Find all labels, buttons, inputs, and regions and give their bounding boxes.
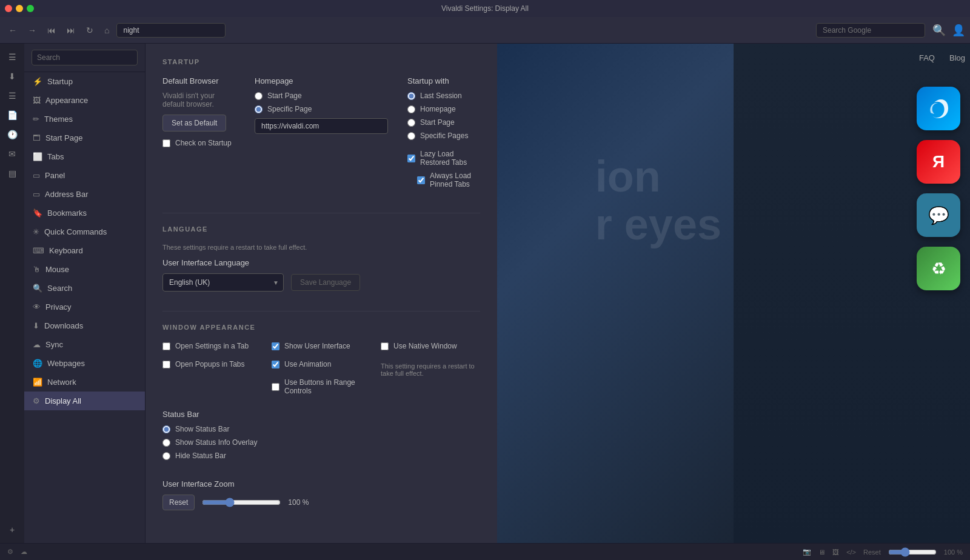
wa-left-col: Open Settings in a Tab Open Popups in Ta… (162, 342, 262, 400)
ui-language-heading: User Interface Language (162, 258, 480, 267)
settings-search-container (24, 44, 145, 72)
sidebar-item-downloads[interactable]: ⬇ Downloads (24, 316, 145, 335)
use-native-window-checkbox[interactable] (381, 342, 389, 350)
sidebar-item-display-all[interactable]: ⚙ Display All (24, 392, 145, 410)
startup-homepage-radio[interactable] (407, 105, 415, 113)
sidebar-item-mouse[interactable]: 🖱 Mouse (24, 260, 145, 279)
use-animation-checkbox[interactable] (272, 361, 279, 368)
lazy-load-checkbox[interactable] (407, 155, 415, 162)
search-input[interactable] (816, 23, 925, 38)
sidebar-item-webpages[interactable]: 🌐 Webpages (24, 354, 145, 373)
show-status-overlay-radio[interactable] (162, 439, 170, 447)
open-popups-tabs-checkbox[interactable] (162, 361, 170, 368)
recycle-extension-icon[interactable]: ♻ (917, 247, 960, 290)
zoom-reset-button[interactable]: Reset (162, 495, 195, 510)
reload-button[interactable]: ↻ (82, 23, 97, 38)
maximize-button[interactable] (27, 5, 34, 12)
sidebar-item-search[interactable]: 🔍 Search (24, 279, 145, 298)
set-default-button[interactable]: Set as Default (162, 115, 226, 132)
sidebar-notes-icon[interactable]: 📄 (4, 107, 21, 124)
always-load-pinned-checkbox[interactable] (417, 176, 425, 184)
reset-label-bottom[interactable]: Reset (863, 548, 881, 556)
close-button[interactable] (5, 5, 12, 12)
settings-search-input[interactable] (32, 50, 138, 65)
address-bar-input[interactable] (116, 23, 226, 38)
use-buttons-range-row: Use Buttons in Range Controls (272, 378, 371, 395)
check-startup-checkbox[interactable] (162, 139, 170, 147)
lazy-load-row: Lazy Load Restored Tabs (407, 150, 480, 167)
sidebar-item-startup[interactable]: ⚡ Startup (24, 72, 145, 91)
open-settings-tab-checkbox[interactable] (162, 342, 170, 350)
camera-icon-bottom[interactable]: 📷 (803, 548, 811, 556)
startup-section: STARTUP Default Browser Vivaldi isn't yo… (162, 58, 480, 193)
startup-homepage-row: Homepage (407, 105, 480, 113)
window-appearance-title: WINDOW APPEARANCE (162, 324, 480, 331)
use-buttons-range-checkbox[interactable] (272, 383, 279, 391)
homepage-start-radio[interactable] (255, 92, 263, 100)
window-controls[interactable] (5, 5, 34, 12)
themes-icon: ✏ (33, 115, 39, 124)
sidebar-item-privacy[interactable]: 👁 Privacy (24, 298, 145, 316)
sidebar-item-themes[interactable]: ✏ Themes (24, 110, 145, 128)
sidebar-add-icon[interactable]: + (4, 521, 21, 538)
homepage-url-input[interactable] (255, 118, 388, 134)
sidebar-item-network[interactable]: 📶 Network (24, 373, 145, 392)
sidebar-history-icon[interactable]: ☰ (4, 87, 21, 104)
show-ui-label: Show User Interface (284, 342, 350, 350)
edge-extension-icon[interactable] (917, 87, 960, 130)
chat-extension-icon[interactable]: 💬 (917, 193, 960, 237)
startup-with-heading: Startup with (407, 76, 480, 85)
zoom-percent-bottom: 100 % (944, 548, 963, 556)
cloud-icon-bottom[interactable]: ☁ (21, 548, 27, 556)
sidebar-item-sync[interactable]: ☁ Sync (24, 335, 145, 354)
show-status-bar-radio[interactable] (162, 425, 170, 433)
status-bar-heading: Status Bar (162, 410, 480, 419)
back-button[interactable]: ← (5, 23, 21, 38)
yandex-extension-icon[interactable]: Я (917, 140, 960, 184)
forward-button[interactable]: → (24, 23, 40, 38)
sidebar-item-start-page[interactable]: 🗔 Start Page (24, 128, 145, 147)
save-language-button[interactable]: Save Language (291, 274, 360, 291)
language-select[interactable]: English (UK) English (US) Français Deuts… (162, 273, 284, 292)
hide-status-bar-radio[interactable] (162, 452, 170, 460)
start-page-icon: 🗔 (33, 133, 41, 142)
skip-back-button[interactable]: ⏮ (44, 23, 59, 38)
startup-specific-pages-radio[interactable] (407, 132, 415, 140)
sidebar-item-address-bar[interactable]: ▭ Address Bar (24, 185, 145, 204)
home-button[interactable]: ⌂ (101, 23, 113, 38)
startup-section-title: STARTUP (162, 58, 480, 65)
open-settings-tab-row: Open Settings in a Tab (162, 342, 262, 350)
startup-last-session-row: Last Session (407, 92, 480, 100)
startup-last-session-radio[interactable] (407, 92, 415, 100)
code-icon-bottom[interactable]: </> (846, 548, 856, 556)
sidebar-item-panel[interactable]: ▭ Panel (24, 166, 145, 185)
sidebar-item-keyboard[interactable]: ⌨ Keyboard (24, 241, 145, 260)
sidebar-clock-icon[interactable]: 🕐 (4, 126, 21, 143)
sidebar-item-tabs[interactable]: ⬜ Tabs (24, 147, 145, 166)
sidebar-downloads-icon[interactable]: ⬇ (4, 68, 21, 85)
sidebar-item-quick-commands[interactable]: ✳ Quick Commands (24, 222, 145, 241)
minimize-button[interactable] (16, 5, 23, 12)
status-right: 📷 🖥 🖼 </> Reset 100 % (803, 547, 963, 557)
downloads-icon: ⬇ (33, 321, 39, 330)
main-layout: ☰ ⬇ ☰ 📄 🕐 ✉ ▤ + ⚡ Startup 🖼 App (0, 44, 970, 543)
sidebar-item-appearance[interactable]: 🖼 Appearance (24, 91, 145, 110)
blog-link[interactable]: Blog (949, 53, 965, 62)
check-startup-label: Check on Startup (175, 139, 232, 147)
faq-link[interactable]: FAQ (919, 53, 935, 62)
sidebar-mail-icon[interactable]: ✉ (4, 145, 21, 162)
page-zoom-slider[interactable] (888, 547, 937, 557)
homepage-specific-radio[interactable] (255, 105, 263, 113)
sidebar-item-bookmarks[interactable]: 🔖 Bookmarks (24, 204, 145, 222)
settings-icon-bottom[interactable]: ⚙ (7, 548, 13, 556)
skip-forward-button[interactable]: ⏭ (63, 23, 79, 38)
sidebar-panels-icon[interactable]: ▤ (4, 165, 21, 182)
startup-start-page-radio[interactable] (407, 119, 415, 127)
image-icon-bottom[interactable]: 🖼 (832, 548, 839, 556)
zoom-slider[interactable] (202, 498, 281, 507)
default-browser-desc: Vivaldi isn't your default browser. (162, 92, 235, 108)
show-ui-checkbox[interactable] (272, 342, 279, 350)
sidebar-bookmarks-icon[interactable]: ☰ (4, 48, 21, 65)
monitor-icon-bottom[interactable]: 🖥 (818, 548, 825, 556)
display-all-icon: ⚙ (33, 396, 40, 405)
